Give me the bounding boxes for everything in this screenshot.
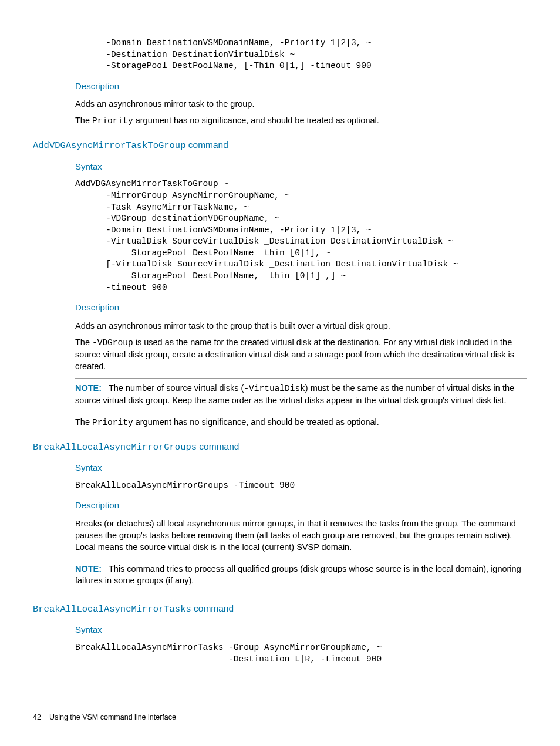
desc-paragraph: Adds an asynchronous mirror task to the … <box>75 320 527 332</box>
note-box: NOTE: The number of source virtual disks… <box>75 378 527 410</box>
inline-code: Priority <box>92 418 133 427</box>
description-heading: Description <box>75 302 527 314</box>
command-heading: AddVDGAsyncMirrorTaskToGroup command <box>33 139 527 152</box>
syntax-heading: Syntax <box>75 462 527 474</box>
code-fragment: -Domain DestinationVSMDomainName, -Prior… <box>75 38 527 72</box>
command-heading: BreakAllLocalAsyncMirrorTasks command <box>33 602 527 616</box>
inline-code: -VirtualDisk <box>244 384 305 393</box>
syntax-code: BreakAllLocalAsyncMirrorTasks -Group Asy… <box>75 642 527 665</box>
note-label: NOTE: <box>75 564 102 573</box>
desc-paragraph: The Priority argument has no significanc… <box>75 416 527 428</box>
desc-paragraph: Breaks (or detaches) all local asynchron… <box>75 518 527 553</box>
desc-paragraph: The Priority argument has no significanc… <box>75 114 527 127</box>
description-heading: Description <box>75 499 527 512</box>
syntax-code: BreakAllLocalAsyncMirrorGroups -Timeout … <box>75 480 527 492</box>
command-heading: BreakAllLocalAsyncMirrorGroups command <box>33 440 527 454</box>
description-heading: Description <box>75 80 527 93</box>
section-1: -Domain DestinationVSMDomainName, -Prior… <box>75 38 527 127</box>
syntax-code: AddVDGAsyncMirrorTaskToGroup ~ -MirrorGr… <box>75 178 527 293</box>
section-3: Syntax BreakAllLocalAsyncMirrorGroups -T… <box>75 462 527 590</box>
inline-code: -VDGroup <box>92 338 133 347</box>
inline-code: Priority <box>92 116 133 126</box>
desc-paragraph: The -VDGroup is used as the name for the… <box>75 336 527 372</box>
note-label: NOTE: <box>75 383 102 393</box>
syntax-heading: Syntax <box>75 624 527 636</box>
syntax-heading: Syntax <box>75 161 527 173</box>
section-2: Syntax AddVDGAsyncMirrorTaskToGroup ~ -M… <box>75 161 527 428</box>
desc-paragraph: Adds an asynchronous mirror task to the … <box>75 98 527 110</box>
section-4: Syntax BreakAllLocalAsyncMirrorTasks -Gr… <box>75 624 527 665</box>
note-box: NOTE: This command tries to process all … <box>75 559 527 590</box>
